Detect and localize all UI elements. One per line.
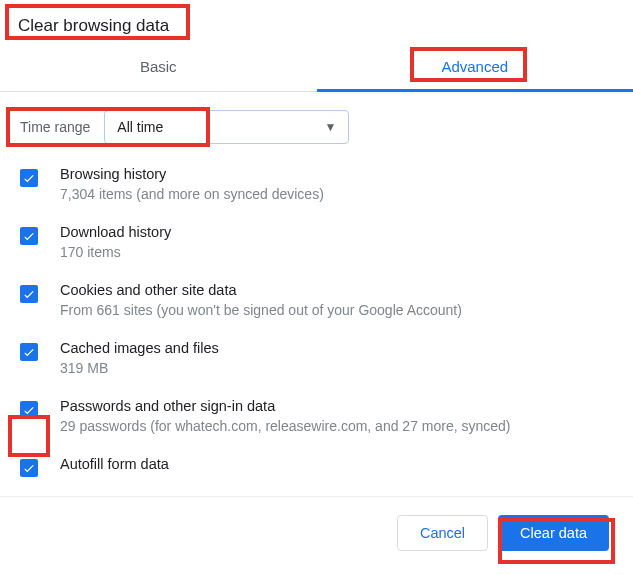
time-range-value: All time <box>117 119 163 135</box>
checkbox-download-history[interactable] <box>20 227 38 245</box>
time-range-label: Time range <box>20 119 90 135</box>
title-download-history: Download history <box>60 224 613 240</box>
time-range-select[interactable]: All time ▼ <box>104 110 349 144</box>
check-icon <box>22 403 36 417</box>
text-browsing-history: Browsing history 7,304 items (and more o… <box>60 166 613 202</box>
row-browsing-history: Browsing history 7,304 items (and more o… <box>20 166 613 202</box>
dialog-footer: Cancel Clear data <box>0 497 633 569</box>
check-icon <box>22 461 36 475</box>
title-cached: Cached images and files <box>60 340 613 356</box>
desc-browsing-history: 7,304 items (and more on synced devices) <box>60 186 613 202</box>
title-passwords: Passwords and other sign-in data <box>60 398 613 414</box>
text-cached: Cached images and files 319 MB <box>60 340 613 376</box>
check-icon <box>22 171 36 185</box>
dialog-title: Clear browsing data <box>0 0 633 44</box>
row-download-history: Download history 170 items <box>20 224 613 260</box>
desc-cached: 319 MB <box>60 360 613 376</box>
text-cookies: Cookies and other site data From 661 sit… <box>60 282 613 318</box>
text-download-history: Download history 170 items <box>60 224 613 260</box>
content-area: Time range All time ▼ Browsing history 7… <box>0 92 633 497</box>
desc-download-history: 170 items <box>60 244 613 260</box>
row-cached: Cached images and files 319 MB <box>20 340 613 376</box>
title-browsing-history: Browsing history <box>60 166 613 182</box>
check-icon <box>22 229 36 243</box>
checkbox-browsing-history[interactable] <box>20 169 38 187</box>
row-passwords: Passwords and other sign-in data 29 pass… <box>20 398 613 434</box>
tabs: Basic Advanced <box>0 44 633 92</box>
chevron-down-icon: ▼ <box>324 120 336 134</box>
checkbox-passwords[interactable] <box>20 401 38 419</box>
title-autofill: Autofill form data <box>60 456 613 472</box>
check-icon <box>22 287 36 301</box>
desc-passwords: 29 passwords (for whatech.com, releasewi… <box>60 418 613 434</box>
checkbox-cached[interactable] <box>20 343 38 361</box>
text-autofill: Autofill form data <box>60 456 613 476</box>
desc-cookies: From 661 sites (you won't be signed out … <box>60 302 613 318</box>
check-icon <box>22 345 36 359</box>
row-autofill: Autofill form data <box>20 456 613 477</box>
cancel-button[interactable]: Cancel <box>397 515 488 551</box>
clear-data-button[interactable]: Clear data <box>498 515 609 551</box>
checkbox-cookies[interactable] <box>20 285 38 303</box>
title-cookies: Cookies and other site data <box>60 282 613 298</box>
checkbox-autofill[interactable] <box>20 459 38 477</box>
row-cookies: Cookies and other site data From 661 sit… <box>20 282 613 318</box>
tab-basic[interactable]: Basic <box>0 44 317 91</box>
tab-advanced[interactable]: Advanced <box>317 44 634 92</box>
time-range-row: Time range All time ▼ <box>20 110 613 144</box>
text-passwords: Passwords and other sign-in data 29 pass… <box>60 398 613 434</box>
